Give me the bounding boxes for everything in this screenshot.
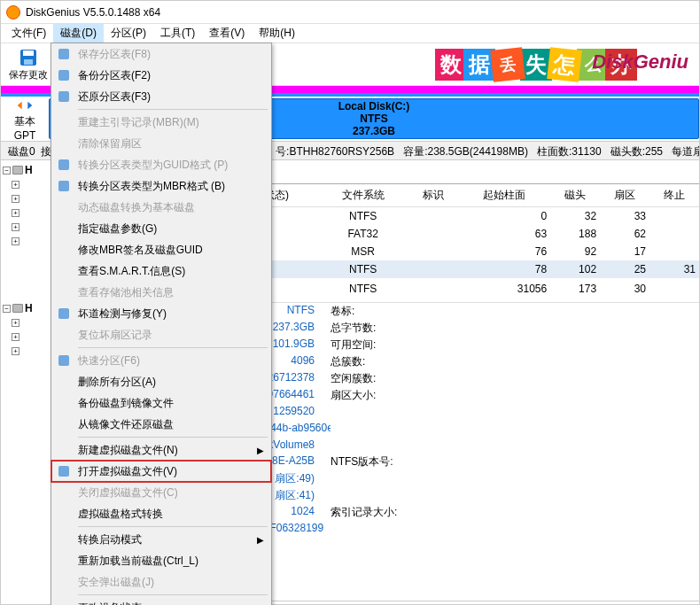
submenu-arrow-icon: ▶ xyxy=(257,535,264,545)
diskinfo-cylinders: 柱面数:31130 xyxy=(537,145,602,158)
menu-item[interactable]: 重新加载当前磁盘(Ctrl_L) xyxy=(51,550,271,571)
diskinfo-capacity: 容量:238.5GB(244198MB) xyxy=(403,145,528,158)
disk-type-label: 基本 xyxy=(1,114,49,129)
toolbar-save[interactable]: 保存更改 xyxy=(4,45,52,84)
menu-item: 动态磁盘转换为基本磁盘 xyxy=(51,197,271,218)
diskinfo-heads: 磁头数:255 xyxy=(611,145,663,158)
diskinfo-label: 磁盘0 xyxy=(8,145,35,158)
table-import-icon xyxy=(57,89,71,104)
svg-rect-14 xyxy=(58,181,69,191)
disk-tree[interactable]: −H + + + + + −H + + + xyxy=(1,160,54,605)
menu-help[interactable]: 帮助(H) xyxy=(252,24,302,43)
svg-rect-10 xyxy=(58,49,69,59)
submenu-arrow-icon: ▶ xyxy=(257,446,264,455)
save-icon xyxy=(18,47,39,68)
menu-item[interactable]: 指定磁盘参数(G) xyxy=(51,218,271,239)
tag: 数 xyxy=(435,49,467,81)
menu-item: 转换分区表类型为GUID格式 (P) xyxy=(51,154,271,175)
save-icon xyxy=(57,47,71,61)
menu-item[interactable]: 打开虚拟磁盘文件(V) xyxy=(51,461,271,482)
svg-rect-15 xyxy=(58,308,69,319)
ptable-col[interactable]: 标识 xyxy=(409,184,459,207)
drive-icon xyxy=(12,304,23,313)
menu-view[interactable]: 查看(V) xyxy=(202,24,252,43)
svg-rect-2 xyxy=(24,59,33,65)
menu-item[interactable]: 查看S.M.A.R.T.信息(S) xyxy=(51,260,271,282)
disk-volume-name: Local Disk(C:) xyxy=(338,100,410,112)
window-title: DiskGenius V5.5.0.1488 x64 xyxy=(26,6,160,19)
info-label xyxy=(331,488,428,503)
diskinfo-sectors: 每道扇 xyxy=(672,145,699,158)
menu-item: 保存分区表(F8) xyxy=(51,43,271,65)
disk-nav-icon[interactable] xyxy=(16,99,34,112)
ptable-col[interactable]: 扇区 xyxy=(600,184,649,207)
info-label: 总字节数: xyxy=(331,321,428,336)
info-label xyxy=(331,471,428,486)
menu-item[interactable]: 转换分区表类型为MBR格式 (B) xyxy=(51,175,271,197)
menu-item: 清除保留扇区 xyxy=(51,133,271,154)
info-label: 空闲簇数: xyxy=(331,371,428,386)
convert-icon xyxy=(57,158,71,172)
menu-item[interactable]: 更改设备状态▶ xyxy=(51,597,271,605)
info-label xyxy=(331,522,428,534)
menu-file[interactable]: 文件(F) xyxy=(4,24,53,43)
tag: 丢 xyxy=(490,47,525,82)
menu-item: 快速分区(F6) xyxy=(51,350,271,371)
diskinfo-model: 号:BTHH82760RSY256B xyxy=(276,145,394,158)
toolbar-save-label: 保存更改 xyxy=(9,68,48,81)
info-label: 索引记录大小: xyxy=(331,505,428,520)
menu-item: 查看存储池相关信息 xyxy=(51,282,271,303)
menu-disk[interactable]: 磁盘(D) xyxy=(53,24,104,43)
info-label: 扇区大小: xyxy=(331,388,428,403)
menu-tool[interactable]: 工具(T) xyxy=(153,24,202,43)
ptable-col[interactable]: 终止 xyxy=(649,184,699,207)
disk-volume-size: 237.3GB xyxy=(353,125,395,137)
menu-item[interactable]: 备份分区表(F2) xyxy=(51,65,271,86)
menu-item[interactable]: 修改MBR签名及磁盘GUID xyxy=(51,239,271,260)
wrench-icon xyxy=(57,306,71,321)
svg-rect-12 xyxy=(58,91,69,102)
drive-icon xyxy=(12,166,23,175)
info-label: 卷标: xyxy=(331,304,428,319)
svg-rect-11 xyxy=(58,70,69,81)
menu-item[interactable]: 还原分区表(F3) xyxy=(51,86,271,107)
app-logo-icon xyxy=(6,5,20,19)
info-label xyxy=(331,438,428,451)
disk-dropdown-menu: 保存分区表(F8)备份分区表(F2)还原分区表(F3)重建主引导记录(MBR)(… xyxy=(51,43,272,605)
disk-gpt-label: GPT xyxy=(1,129,49,141)
menu-item[interactable]: 备份磁盘到镜像文件 xyxy=(51,392,271,414)
menu-item[interactable]: 坏道检测与修复(Y) xyxy=(51,303,271,324)
table-export-icon xyxy=(57,68,71,82)
info-label: 可用空间: xyxy=(331,337,428,353)
menu-item[interactable]: 从镜像文件还原磁盘 xyxy=(51,414,271,435)
svg-rect-16 xyxy=(58,355,69,366)
menu-item: 重建主引导记录(MBR)(M) xyxy=(51,112,271,133)
menu-partition[interactable]: 分区(P) xyxy=(104,24,153,43)
svg-rect-17 xyxy=(58,466,69,477)
tag: 怎 xyxy=(547,47,582,82)
svg-rect-1 xyxy=(23,50,34,56)
menu-item[interactable]: 转换启动模式▶ xyxy=(51,529,271,550)
menu-item: 安全弹出磁盘(J) xyxy=(51,571,271,593)
svg-rect-13 xyxy=(58,159,69,170)
info-label xyxy=(331,422,428,437)
ptable-col[interactable]: 起始柱面 xyxy=(458,184,550,207)
menubar: 文件(F) 磁盘(D) 分区(P) 工具(T) 查看(V) 帮助(H) xyxy=(1,24,699,43)
open-icon xyxy=(57,464,71,478)
partition-icon xyxy=(57,353,71,368)
brand-label: DiskGeniu xyxy=(592,50,688,74)
menu-item: 复位坏扇区记录 xyxy=(51,324,271,345)
menu-item[interactable]: 删除所有分区(A) xyxy=(51,371,271,392)
info-label: 总簇数: xyxy=(331,354,428,369)
info-label: NTFS版本号: xyxy=(331,454,428,469)
convert-icon xyxy=(57,179,71,193)
menu-item[interactable]: 新建虚拟磁盘文件(N)▶ xyxy=(51,439,271,461)
ptable-col[interactable]: 文件系统 xyxy=(317,184,409,207)
disk-volume-fs: NTFS xyxy=(360,112,387,125)
info-label xyxy=(331,405,428,420)
ptable-col[interactable]: 磁头 xyxy=(550,184,600,207)
menu-item: 关闭虚拟磁盘文件(C) xyxy=(51,482,271,503)
menu-item[interactable]: 虚拟磁盘格式转换 xyxy=(51,503,271,524)
